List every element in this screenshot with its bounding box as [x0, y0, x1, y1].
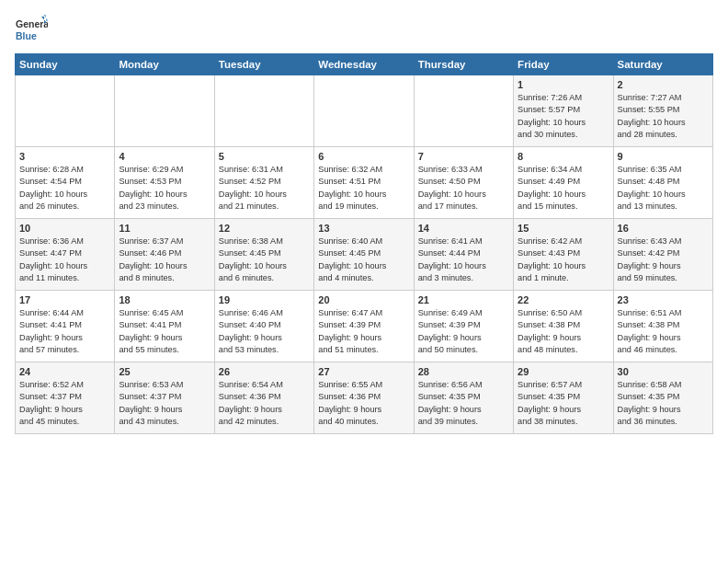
- svg-text:Blue: Blue: [16, 30, 37, 41]
- cell-content: Sunrise: 6:50 AM Sunset: 4:38 PM Dayligh…: [518, 307, 609, 356]
- calendar-cell: 28Sunrise: 6:56 AM Sunset: 4:35 PM Dayli…: [414, 362, 513, 434]
- day-number: 30: [618, 366, 709, 377]
- calendar-cell: 6Sunrise: 6:32 AM Sunset: 4:51 PM Daylig…: [314, 147, 414, 219]
- cell-content: Sunrise: 6:46 AM Sunset: 4:40 PM Dayligh…: [219, 307, 310, 356]
- cell-content: Sunrise: 6:31 AM Sunset: 4:52 PM Dayligh…: [219, 164, 310, 213]
- calendar-cell: 23Sunrise: 6:51 AM Sunset: 4:38 PM Dayli…: [613, 291, 712, 362]
- cell-content: Sunrise: 6:33 AM Sunset: 4:50 PM Dayligh…: [418, 164, 509, 213]
- cell-content: Sunrise: 6:29 AM Sunset: 4:53 PM Dayligh…: [119, 164, 210, 213]
- calendar-cell: 30Sunrise: 6:58 AM Sunset: 4:35 PM Dayli…: [613, 362, 712, 434]
- cell-content: Sunrise: 7:26 AM Sunset: 5:57 PM Dayligh…: [518, 92, 609, 141]
- day-header-friday: Friday: [514, 54, 613, 75]
- calendar-cell: 3Sunrise: 6:28 AM Sunset: 4:54 PM Daylig…: [16, 147, 115, 219]
- calendar-cell: [314, 75, 414, 147]
- day-number: 1: [518, 79, 609, 90]
- day-number: 22: [518, 294, 609, 305]
- day-header-sunday: Sunday: [16, 54, 115, 75]
- cell-content: Sunrise: 6:58 AM Sunset: 4:35 PM Dayligh…: [618, 379, 709, 428]
- calendar-cell: 1Sunrise: 7:26 AM Sunset: 5:57 PM Daylig…: [514, 75, 613, 147]
- day-header-thursday: Thursday: [414, 54, 513, 75]
- day-number: 15: [518, 223, 609, 234]
- day-number: 18: [119, 294, 210, 305]
- calendar-cell: 26Sunrise: 6:54 AM Sunset: 4:36 PM Dayli…: [214, 362, 313, 434]
- day-number: 21: [418, 294, 509, 305]
- cell-content: Sunrise: 6:45 AM Sunset: 4:41 PM Dayligh…: [119, 307, 210, 356]
- calendar-week-4: 17Sunrise: 6:44 AM Sunset: 4:41 PM Dayli…: [16, 291, 713, 362]
- calendar-cell: 14Sunrise: 6:41 AM Sunset: 4:44 PM Dayli…: [414, 219, 513, 291]
- logo: General Blue: [15, 15, 48, 48]
- calendar-cell: [414, 75, 513, 147]
- day-number: 6: [318, 151, 409, 162]
- day-number: 9: [618, 151, 709, 162]
- cell-content: Sunrise: 6:37 AM Sunset: 4:46 PM Dayligh…: [119, 236, 210, 284]
- cell-content: Sunrise: 6:32 AM Sunset: 4:51 PM Dayligh…: [318, 164, 409, 213]
- day-header-saturday: Saturday: [613, 54, 712, 75]
- calendar-cell: 11Sunrise: 6:37 AM Sunset: 4:46 PM Dayli…: [115, 219, 214, 291]
- cell-content: Sunrise: 6:34 AM Sunset: 4:49 PM Dayligh…: [518, 164, 609, 213]
- calendar-cell: 20Sunrise: 6:47 AM Sunset: 4:39 PM Dayli…: [314, 291, 414, 362]
- day-header-tuesday: Tuesday: [214, 54, 313, 75]
- calendar-week-2: 3Sunrise: 6:28 AM Sunset: 4:54 PM Daylig…: [16, 147, 713, 219]
- day-number: 20: [318, 294, 409, 305]
- day-header-wednesday: Wednesday: [314, 54, 414, 75]
- cell-content: Sunrise: 6:53 AM Sunset: 4:37 PM Dayligh…: [119, 379, 210, 428]
- day-number: 12: [219, 223, 310, 234]
- day-number: 4: [119, 151, 210, 162]
- calendar-cell: 27Sunrise: 6:55 AM Sunset: 4:36 PM Dayli…: [314, 362, 414, 434]
- calendar-cell: 24Sunrise: 6:52 AM Sunset: 4:37 PM Dayli…: [16, 362, 115, 434]
- day-number: 16: [618, 223, 709, 234]
- cell-content: Sunrise: 6:52 AM Sunset: 4:37 PM Dayligh…: [19, 379, 110, 428]
- day-number: 13: [318, 223, 409, 234]
- calendar-cell: 16Sunrise: 6:43 AM Sunset: 4:42 PM Dayli…: [613, 219, 712, 291]
- cell-content: Sunrise: 6:55 AM Sunset: 4:36 PM Dayligh…: [318, 379, 409, 428]
- day-number: 17: [19, 294, 110, 305]
- page-container: General Blue SundayMondayTuesdayWednesda…: [0, 0, 728, 442]
- calendar-cell: 10Sunrise: 6:36 AM Sunset: 4:47 PM Dayli…: [16, 219, 115, 291]
- cell-content: Sunrise: 6:49 AM Sunset: 4:39 PM Dayligh…: [418, 307, 509, 356]
- day-number: 23: [618, 294, 709, 305]
- day-number: 19: [219, 294, 310, 305]
- cell-content: Sunrise: 6:36 AM Sunset: 4:47 PM Dayligh…: [19, 236, 110, 284]
- cell-content: Sunrise: 7:27 AM Sunset: 5:55 PM Dayligh…: [618, 92, 709, 141]
- cell-content: Sunrise: 6:54 AM Sunset: 4:36 PM Dayligh…: [219, 379, 310, 428]
- calendar-week-1: 1Sunrise: 7:26 AM Sunset: 5:57 PM Daylig…: [16, 75, 713, 147]
- calendar-cell: 4Sunrise: 6:29 AM Sunset: 4:53 PM Daylig…: [115, 147, 214, 219]
- logo-graphic: General Blue: [15, 15, 48, 48]
- cell-content: Sunrise: 6:44 AM Sunset: 4:41 PM Dayligh…: [19, 307, 110, 356]
- day-number: 11: [119, 223, 210, 234]
- day-number: 2: [618, 79, 709, 90]
- header-row: SundayMondayTuesdayWednesdayThursdayFrid…: [16, 54, 713, 75]
- cell-content: Sunrise: 6:40 AM Sunset: 4:45 PM Dayligh…: [318, 236, 409, 284]
- cell-content: Sunrise: 6:57 AM Sunset: 4:35 PM Dayligh…: [518, 379, 609, 428]
- calendar-cell: 2Sunrise: 7:27 AM Sunset: 5:55 PM Daylig…: [613, 75, 712, 147]
- calendar-cell: [16, 75, 115, 147]
- calendar-week-3: 10Sunrise: 6:36 AM Sunset: 4:47 PM Dayli…: [16, 219, 713, 291]
- header: General Blue: [15, 11, 713, 48]
- day-header-monday: Monday: [115, 54, 214, 75]
- cell-content: Sunrise: 6:41 AM Sunset: 4:44 PM Dayligh…: [418, 236, 509, 284]
- day-number: 8: [518, 151, 609, 162]
- day-number: 29: [518, 366, 609, 377]
- svg-text:General: General: [16, 18, 48, 29]
- day-number: 14: [418, 223, 509, 234]
- cell-content: Sunrise: 6:43 AM Sunset: 4:42 PM Dayligh…: [618, 236, 709, 284]
- calendar-cell: [214, 75, 313, 147]
- calendar-cell: 22Sunrise: 6:50 AM Sunset: 4:38 PM Dayli…: [514, 291, 613, 362]
- cell-content: Sunrise: 6:28 AM Sunset: 4:54 PM Dayligh…: [19, 164, 110, 213]
- calendar-cell: 9Sunrise: 6:35 AM Sunset: 4:48 PM Daylig…: [613, 147, 712, 219]
- day-number: 26: [219, 366, 310, 377]
- cell-content: Sunrise: 6:38 AM Sunset: 4:45 PM Dayligh…: [219, 236, 310, 284]
- day-number: 25: [119, 366, 210, 377]
- calendar-cell: 19Sunrise: 6:46 AM Sunset: 4:40 PM Dayli…: [214, 291, 313, 362]
- calendar-cell: 18Sunrise: 6:45 AM Sunset: 4:41 PM Dayli…: [115, 291, 214, 362]
- calendar-cell: 12Sunrise: 6:38 AM Sunset: 4:45 PM Dayli…: [214, 219, 313, 291]
- day-number: 5: [219, 151, 310, 162]
- calendar-cell: 29Sunrise: 6:57 AM Sunset: 4:35 PM Dayli…: [514, 362, 613, 434]
- calendar-cell: 17Sunrise: 6:44 AM Sunset: 4:41 PM Dayli…: [16, 291, 115, 362]
- day-number: 24: [19, 366, 110, 377]
- day-number: 28: [418, 366, 509, 377]
- calendar-cell: 5Sunrise: 6:31 AM Sunset: 4:52 PM Daylig…: [214, 147, 313, 219]
- calendar-cell: 15Sunrise: 6:42 AM Sunset: 4:43 PM Dayli…: [514, 219, 613, 291]
- calendar-table: SundayMondayTuesdayWednesdayThursdayFrid…: [15, 53, 713, 434]
- calendar-cell: 25Sunrise: 6:53 AM Sunset: 4:37 PM Dayli…: [115, 362, 214, 434]
